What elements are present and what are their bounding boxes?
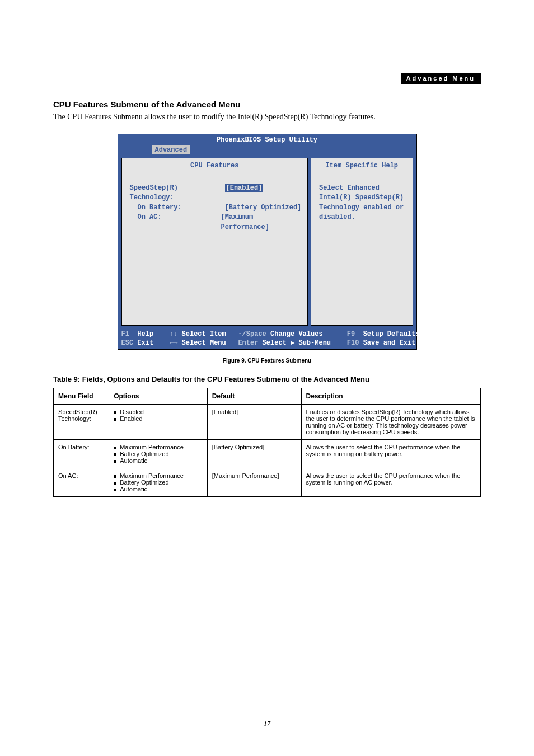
option-item: Maximum Performance (114, 444, 202, 450)
bios-footer-label: Select Item (182, 330, 226, 339)
bios-footer-label: Help (137, 330, 153, 339)
bios-footer-key: ←→ (170, 339, 177, 348)
bios-footer-label: Select ▶ Sub-Menu (263, 339, 331, 348)
table-row: SpeedStep(R) Technology: Disabled Enable… (54, 405, 481, 440)
option-item: Battery Optimized (114, 450, 202, 457)
bios-footer-label: Save and Exit (363, 339, 416, 348)
bios-help-line: Intel(R) SpeedStep(R) (319, 193, 407, 203)
cell-menu-field: SpeedStep(R) Technology: (54, 405, 109, 440)
bios-item-value: [Maximum Performance] (221, 213, 302, 232)
bios-footer-label: Select Menu (182, 339, 226, 348)
bios-footer: F1 Help ↑↓ Select Item -/Space Change Va… (118, 328, 416, 349)
bios-help-line: Select Enhanced (319, 184, 407, 193)
bios-help-line: Technology enabled or (319, 203, 407, 213)
bios-footer-key: ↑↓ (170, 330, 177, 339)
bios-help-line: disabled. (319, 213, 407, 222)
option-item: Maximum Performance (114, 472, 202, 479)
bios-footer-key: F9 (347, 330, 355, 339)
figure-caption: Figure 9. CPU Features Submenu (53, 358, 481, 364)
cell-menu-field: On AC: (54, 468, 109, 497)
bios-menubar: Advanced (118, 145, 416, 155)
bios-footer-label: Exit (137, 339, 153, 348)
option-item: Automatic (114, 486, 202, 492)
bios-footer-key: Enter (238, 339, 258, 348)
cell-description: Enables or disables SpeedStep(R) Technol… (301, 405, 480, 440)
bios-footer-key: F1 (121, 330, 129, 339)
bios-right-panel-title: Item Specific Help (311, 158, 413, 172)
th-options: Options (109, 388, 207, 405)
th-description: Description (301, 388, 480, 405)
cell-description: Allows the user to select the CPU perfor… (301, 468, 480, 497)
cell-options: Maximum Performance Battery Optimized Au… (109, 468, 207, 497)
bios-screenshot: PhoenixBIOS Setup Utility Advanced CPU F… (118, 134, 417, 350)
cell-menu-field: On Battery: (54, 440, 109, 468)
bios-item-value-selected: [Enabled] (225, 184, 264, 192)
bios-item-label: On AC: (130, 213, 221, 232)
bios-item-value: [Battery Optimized] (225, 203, 302, 213)
th-default: Default (207, 388, 301, 405)
option-item: Battery Optimized (114, 479, 202, 486)
table-row: On Battery: Maximum Performance Battery … (54, 440, 481, 468)
bios-footer-key: -/Space (238, 330, 266, 339)
bios-left-panel-title: CPU Features (122, 158, 307, 172)
cell-options: Disabled Enabled (109, 405, 207, 440)
cell-options: Maximum Performance Battery Optimized Au… (109, 440, 207, 468)
table-title: Table 9: Fields, Options and Defaults fo… (53, 375, 481, 383)
table-row: On AC: Maximum Performance Battery Optim… (54, 468, 481, 497)
option-item: Disabled (114, 408, 202, 415)
bios-footer-key: F10 (347, 339, 359, 348)
bios-footer-label: Change Values (270, 330, 323, 339)
options-table: Menu Field Options Default Description S… (53, 388, 481, 497)
bios-footer-key: ESC (121, 339, 134, 348)
bios-footer-label: Setup Defaults (363, 330, 420, 339)
th-menu-field: Menu Field (54, 388, 109, 405)
bios-tab-advanced: Advanced (152, 145, 191, 154)
cell-default: [Enabled] (207, 405, 301, 440)
section-title: CPU Features Submenu of the Advanced Men… (53, 100, 481, 109)
page-number: 17 (0, 720, 534, 728)
bios-right-panel: Item Specific Help Select Enhanced Intel… (311, 158, 413, 326)
bios-item-label: On Battery: (130, 203, 225, 213)
bios-item-label: SpeedStep(R) Technology: (130, 184, 225, 203)
cell-default: [Maximum Performance] (207, 468, 301, 497)
section-intro: The CPU Features Submenu allows the user… (53, 112, 481, 121)
bios-left-panel: CPU Features SpeedStep(R) Technology: [E… (121, 158, 308, 326)
cell-description: Allows the user to select the CPU perfor… (301, 440, 480, 468)
cell-default: [Battery Optimized] (207, 440, 301, 468)
header-menu-label: Advanced Menu (401, 73, 481, 84)
bios-title: PhoenixBIOS Setup Utility (118, 134, 416, 145)
option-item: Enabled (114, 415, 202, 422)
option-item: Automatic (114, 457, 202, 464)
